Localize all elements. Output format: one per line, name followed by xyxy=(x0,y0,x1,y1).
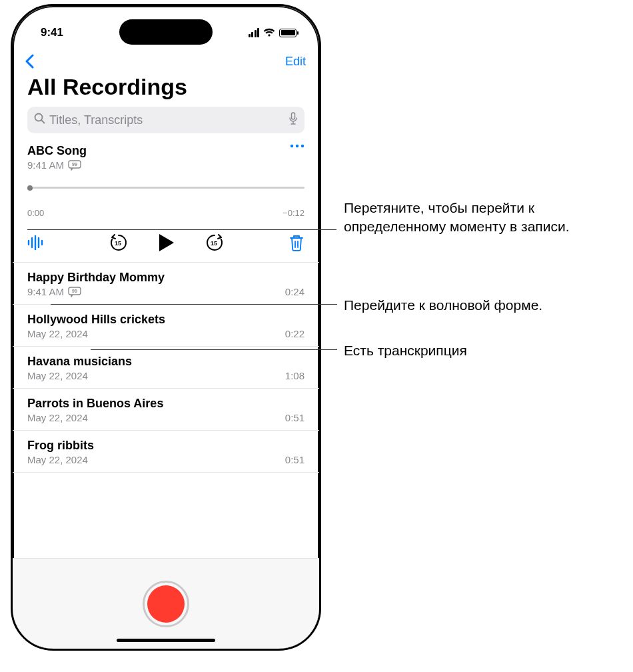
recording-duration: 1:08 xyxy=(285,370,305,381)
phone-frame: 9:41 Edit All Recordings Titles, Transcr… xyxy=(11,4,321,651)
bottom-toolbar xyxy=(13,558,319,649)
mic-icon[interactable] xyxy=(289,112,298,129)
recording-subtitle: May 22, 2024 xyxy=(27,370,88,381)
transcript-icon[interactable]: 99 xyxy=(68,287,81,297)
recording-row[interactable]: Hollywood Hills crickets May 22, 2024 0:… xyxy=(13,305,319,347)
dynamic-island xyxy=(119,19,213,45)
play-button[interactable] xyxy=(158,233,175,253)
callout-leader-line xyxy=(27,229,336,230)
page-title: All Recordings xyxy=(13,73,319,107)
callout-waveform: Перейдите к волновой форме. xyxy=(344,296,630,315)
scrubber[interactable] xyxy=(27,183,305,200)
callout-leader-line xyxy=(51,304,337,305)
svg-rect-2 xyxy=(292,113,295,119)
recording-title: Frog ribbits xyxy=(27,439,305,453)
recording-title: Hollywood Hills crickets xyxy=(27,313,305,327)
recording-row[interactable]: Havana musicians May 22, 2024 1:08 xyxy=(13,347,319,389)
transcript-icon[interactable]: 99 xyxy=(68,160,81,171)
recording-title: Havana musicians xyxy=(27,355,305,369)
callout-text: Перейдите к волновой форме. xyxy=(344,297,542,313)
svg-text:99: 99 xyxy=(72,162,77,167)
status-time: 9:41 xyxy=(41,26,63,39)
wifi-icon xyxy=(263,28,275,37)
recording-title: Happy Birthday Mommy xyxy=(27,271,305,285)
svg-text:15: 15 xyxy=(115,240,121,247)
search-input[interactable]: Titles, Transcripts xyxy=(27,107,305,133)
status-icons xyxy=(249,28,297,37)
recording-row[interactable]: Parrots in Buenos Aires May 22, 2024 0:5… xyxy=(13,389,319,431)
record-button[interactable] xyxy=(143,581,189,627)
svg-point-0 xyxy=(35,114,43,121)
callout-text: Есть транскрипция xyxy=(344,343,467,358)
nav-bar: Edit xyxy=(13,47,319,73)
callout-text: Перетяните, чтобы перейти к определенном… xyxy=(344,200,569,234)
recording-duration: 0:22 xyxy=(285,328,305,339)
recording-subtitle: May 22, 2024 xyxy=(27,328,88,339)
scrubber-thumb[interactable] xyxy=(27,185,33,191)
record-button-inner xyxy=(147,585,185,623)
recording-subtitle: 9:41 AM xyxy=(27,286,64,297)
recording-row[interactable]: Frog ribbits May 22, 2024 0:51 xyxy=(13,431,319,473)
svg-text:15: 15 xyxy=(211,240,217,247)
svg-point-6 xyxy=(296,145,299,147)
more-options-button[interactable] xyxy=(290,144,305,148)
waveform-button[interactable] xyxy=(27,235,45,250)
svg-text:99: 99 xyxy=(72,289,77,293)
cellular-icon xyxy=(249,28,260,37)
recording-subtitle: May 22, 2024 xyxy=(27,454,88,465)
recording-duration: 0:51 xyxy=(285,412,305,423)
playback-controls: 0:00 −0:12 15 15 xyxy=(13,183,319,263)
recording-title: ABC Song xyxy=(27,144,87,158)
svg-line-1 xyxy=(42,121,45,123)
callout-transcript: Есть транскрипция xyxy=(344,341,577,360)
edit-button[interactable]: Edit xyxy=(285,55,306,69)
recording-subtitle: 9:41 AM xyxy=(27,159,64,171)
recording-row[interactable]: Happy Birthday Mommy 9:41 AM 99 0:24 xyxy=(13,263,319,305)
callout-scrub: Перетяните, чтобы перейти к определенном… xyxy=(344,199,624,237)
back-button[interactable] xyxy=(25,54,34,69)
home-indicator[interactable] xyxy=(117,639,215,642)
recording-expanded: ABC Song 9:41 AM 99 xyxy=(13,136,319,171)
search-placeholder: Titles, Transcripts xyxy=(49,113,143,127)
battery-icon xyxy=(279,29,297,37)
forward-15-button[interactable]: 15 xyxy=(205,233,225,253)
svg-point-7 xyxy=(301,145,304,147)
recording-subtitle: May 22, 2024 xyxy=(27,412,88,423)
search-icon xyxy=(34,113,45,127)
callout-leader-line xyxy=(91,349,337,350)
remaining-time: −0:12 xyxy=(283,208,305,218)
svg-point-5 xyxy=(291,145,293,147)
recording-title: Parrots in Buenos Aires xyxy=(27,397,305,411)
recording-duration: 0:24 xyxy=(285,286,305,297)
rewind-15-button[interactable]: 15 xyxy=(109,233,129,253)
delete-button[interactable] xyxy=(289,234,305,251)
recording-duration: 0:51 xyxy=(285,454,305,465)
elapsed-time: 0:00 xyxy=(27,208,44,218)
